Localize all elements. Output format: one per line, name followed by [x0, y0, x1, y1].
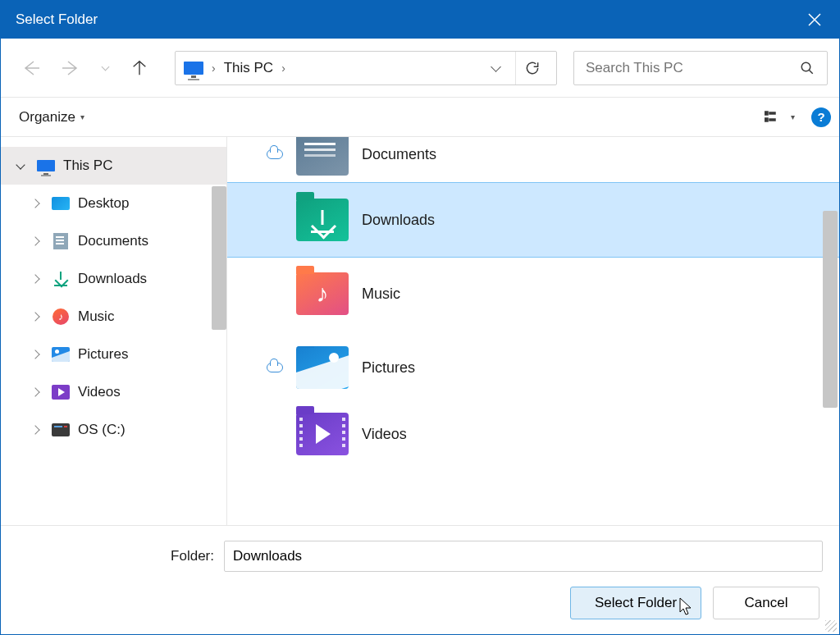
cursor-icon — [679, 597, 696, 617]
chevron-down-icon — [101, 62, 109, 71]
search-button[interactable] — [796, 61, 819, 75]
folder-icon — [290, 346, 355, 389]
desktop-icon — [50, 194, 71, 212]
back-arrow-icon — [21, 58, 41, 78]
svg-rect-3 — [765, 118, 768, 121]
folder-label: Videos — [355, 426, 407, 443]
expand-caret[interactable] — [27, 351, 43, 358]
downloads-icon — [50, 270, 71, 288]
this-pc-icon — [184, 62, 203, 75]
main-scrollbar[interactable] — [823, 211, 838, 408]
back-button[interactable] — [21, 57, 42, 79]
window-title: Select Folder — [16, 11, 98, 28]
sidebar-scrollbar[interactable] — [212, 186, 226, 330]
chevron-right-icon — [30, 387, 39, 396]
videos-icon — [50, 383, 71, 401]
search-icon — [800, 61, 815, 75]
chevron-right-icon — [30, 349, 39, 359]
view-list-icon — [765, 110, 783, 125]
navigation-pane[interactable]: This PC Desktop Documents Downloads Musi — [1, 137, 227, 525]
recent-dropdown[interactable] — [99, 57, 111, 79]
tree-music[interactable]: Music — [1, 298, 226, 336]
refresh-button[interactable] — [515, 52, 548, 85]
dialog-footer: Folder: Select Folder Cancel — [1, 525, 839, 634]
tree-desktop[interactable]: Desktop — [1, 185, 226, 222]
sync-status — [260, 149, 290, 159]
folder-videos[interactable]: Videos — [227, 404, 839, 464]
folder-downloads[interactable]: Downloads — [227, 183, 839, 257]
view-options-button[interactable]: ▾ — [760, 107, 800, 128]
select-folder-button[interactable]: Select Folder — [570, 587, 701, 619]
search-bar[interactable] — [573, 51, 828, 85]
tree-label: Pictures — [78, 346, 128, 363]
help-icon: ? — [817, 110, 824, 124]
svg-rect-1 — [765, 112, 768, 115]
up-arrow-icon — [130, 59, 148, 77]
nav-row: › This PC › — [1, 39, 839, 98]
tree-downloads[interactable]: Downloads — [1, 260, 226, 298]
chevron-right-icon — [30, 312, 39, 321]
folder-pictures[interactable]: Pictures — [227, 331, 839, 404]
chevron-right-icon — [30, 199, 39, 208]
tree-this-pc[interactable]: This PC — [1, 147, 226, 185]
titlebar[interactable]: Select Folder — [1, 1, 839, 39]
tree-documents[interactable]: Documents — [1, 222, 226, 260]
folder-documents[interactable]: Documents — [227, 137, 839, 183]
tree-pictures[interactable]: Pictures — [1, 336, 226, 373]
up-button[interactable] — [129, 57, 150, 79]
chevron-right-icon — [30, 274, 39, 283]
close-icon — [807, 12, 822, 27]
cancel-button[interactable]: Cancel — [713, 587, 819, 619]
music-icon — [50, 308, 71, 326]
tree-label: OS (C:) — [78, 422, 126, 438]
cloud-icon — [267, 363, 283, 372]
expand-caret[interactable] — [27, 276, 43, 282]
nav-arrows — [12, 57, 158, 79]
svg-rect-2 — [769, 112, 775, 114]
tree-label: Desktop — [78, 195, 129, 212]
folder-icon — [290, 199, 355, 241]
tree-label: Documents — [78, 233, 148, 249]
tree-label: This PC — [63, 158, 112, 174]
folder-label: Music — [355, 286, 400, 303]
toolbar: Organize ▾ ▾ ? — [1, 98, 839, 137]
tree-label: Music — [78, 308, 114, 325]
chevron-down-icon — [491, 62, 501, 72]
refresh-icon — [524, 60, 541, 76]
dialog-buttons: Select Folder Cancel — [17, 587, 823, 619]
tree-videos[interactable]: Videos — [1, 373, 226, 411]
expand-caret[interactable] — [27, 389, 43, 395]
tree-label: Downloads — [78, 271, 147, 287]
help-button[interactable]: ? — [811, 107, 831, 127]
tree-drive-c[interactable]: OS (C:) — [1, 411, 226, 449]
chevron-right-icon — [30, 236, 39, 245]
organize-menu[interactable]: Organize ▾ — [12, 106, 91, 129]
sync-status — [260, 363, 290, 372]
expand-caret[interactable] — [27, 200, 43, 207]
expand-caret[interactable] — [27, 313, 43, 320]
tree-label: Videos — [78, 384, 121, 400]
breadcrumb-this-pc[interactable]: This PC — [224, 60, 273, 76]
search-input[interactable] — [586, 60, 796, 76]
resize-grip[interactable] — [825, 620, 837, 632]
chevron-right-icon — [30, 425, 39, 434]
pictures-icon — [50, 345, 71, 363]
select-folder-dialog: Select Folder › This PC › — [0, 0, 840, 635]
collapse-caret[interactable] — [12, 162, 29, 171]
expand-caret[interactable] — [27, 238, 43, 244]
button-label: Select Folder — [595, 595, 677, 610]
folder-label: Downloads — [355, 212, 435, 229]
folder-music[interactable]: Music — [227, 257, 839, 331]
folder-icon — [290, 272, 355, 315]
folder-list[interactable]: Documents Downloads Music Pictures Video — [227, 137, 839, 525]
address-history-dropdown[interactable] — [479, 52, 512, 85]
folder-name-input[interactable] — [224, 541, 823, 572]
forward-button[interactable] — [60, 57, 81, 79]
cloud-icon — [267, 149, 283, 159]
close-button[interactable] — [790, 1, 839, 39]
folder-label: Documents — [355, 146, 436, 163]
svg-rect-4 — [769, 119, 775, 121]
svg-point-0 — [801, 62, 810, 71]
address-bar[interactable]: › This PC › — [175, 51, 557, 85]
expand-caret[interactable] — [27, 427, 43, 433]
